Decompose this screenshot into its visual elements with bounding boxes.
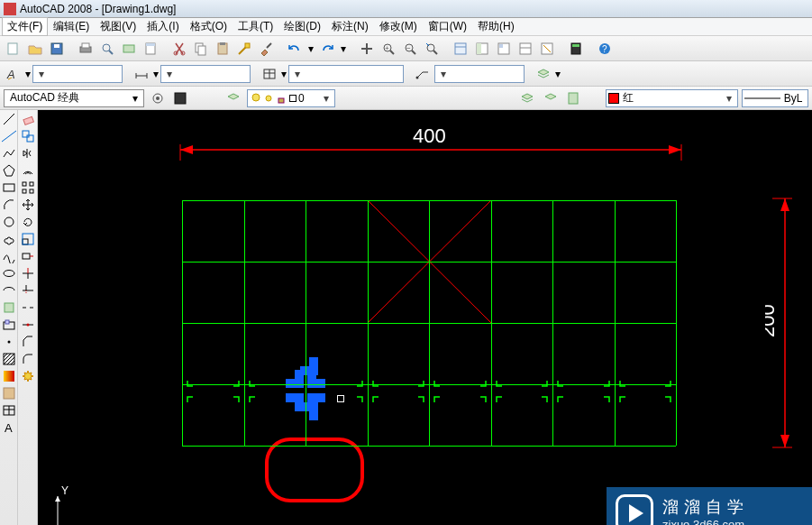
stretch-icon[interactable] xyxy=(21,249,35,263)
markup-icon[interactable] xyxy=(537,39,557,59)
zoom-rt-icon[interactable]: + xyxy=(379,39,398,59)
arc-icon[interactable] xyxy=(2,198,16,212)
spline-icon[interactable] xyxy=(2,249,16,263)
help-icon[interactable]: ? xyxy=(595,39,615,59)
offset-icon[interactable] xyxy=(21,163,35,178)
textstyle-icon[interactable]: A xyxy=(4,64,23,84)
copy-icon[interactable] xyxy=(191,39,211,59)
brush-icon[interactable] xyxy=(256,39,276,59)
redo-icon[interactable] xyxy=(317,39,337,59)
join-icon[interactable] xyxy=(21,318,35,332)
match-icon[interactable] xyxy=(234,39,254,59)
sheet-icon[interactable] xyxy=(141,39,160,59)
calc-icon[interactable] xyxy=(566,39,586,59)
ellipsearc-icon[interactable] xyxy=(2,283,16,298)
drawing-canvas[interactable]: 400 200 xyxy=(38,110,812,525)
workspace-dd[interactable]: AutoCAD 经典▾ xyxy=(4,89,144,107)
pline-icon[interactable] xyxy=(2,146,16,161)
textstyle-dd[interactable]: ▾ xyxy=(32,65,123,83)
svg-text:Y: Y xyxy=(61,485,68,497)
ws-gear-icon[interactable] xyxy=(148,88,167,108)
rect-icon[interactable] xyxy=(2,180,16,195)
tablestyle-dd[interactable]: ▾ xyxy=(288,65,404,83)
pan-icon[interactable] xyxy=(357,39,377,59)
insert-icon[interactable] xyxy=(2,300,16,315)
fillet-icon[interactable] xyxy=(21,352,35,366)
ws-save-icon[interactable] xyxy=(171,88,190,108)
layer-dd[interactable]: 0 ▾ xyxy=(247,89,335,107)
svg-line-55 xyxy=(2,131,16,142)
menu-window[interactable]: 窗口(W) xyxy=(423,17,472,36)
line-icon[interactable] xyxy=(2,112,16,126)
menu-tools[interactable]: 工具(T) xyxy=(233,17,278,36)
menubar[interactable]: 文件(F) 编辑(E) 视图(V) 插入(I) 格式(O) 工具(T) 绘图(D… xyxy=(0,18,812,36)
block-icon[interactable] xyxy=(2,318,16,332)
menu-file[interactable]: 文件(F) xyxy=(2,17,48,36)
menu-modify[interactable]: 修改(M) xyxy=(374,17,423,36)
redo-dd-icon[interactable]: ▾ xyxy=(339,39,348,59)
svg-rect-71 xyxy=(23,116,32,124)
gradient-icon[interactable] xyxy=(2,369,16,383)
chamfer-icon[interactable] xyxy=(21,335,35,349)
mirror-icon[interactable] xyxy=(21,146,35,161)
print-icon[interactable] xyxy=(76,39,96,59)
explode-icon[interactable] xyxy=(21,369,35,383)
cut-icon[interactable] xyxy=(169,39,189,59)
menu-view[interactable]: 视图(V) xyxy=(95,17,141,36)
publish-icon[interactable] xyxy=(119,39,139,59)
break-icon[interactable] xyxy=(21,300,35,315)
point-icon[interactable] xyxy=(2,335,16,349)
zoom-prev-icon[interactable] xyxy=(422,39,442,59)
erase-icon[interactable] xyxy=(21,112,35,126)
dimstyle-dd[interactable]: ▾ xyxy=(160,65,251,83)
hatch-icon[interactable] xyxy=(2,352,16,366)
menu-insert[interactable]: 插入(I) xyxy=(141,17,184,36)
xline-icon[interactable] xyxy=(2,129,16,143)
menu-edit[interactable]: 编辑(E) xyxy=(48,17,95,36)
rotate-icon[interactable] xyxy=(21,215,35,229)
dc-icon[interactable] xyxy=(472,39,492,59)
open-icon[interactable] xyxy=(25,39,45,59)
extend-icon[interactable] xyxy=(21,283,35,298)
undo-dd-icon[interactable]: ▾ xyxy=(306,39,315,59)
ssm-icon[interactable] xyxy=(515,39,535,59)
mtext-icon[interactable]: A xyxy=(2,420,16,435)
layers3-icon[interactable] xyxy=(541,88,560,108)
menu-help[interactable]: 帮助(H) xyxy=(472,17,520,36)
mleader-icon[interactable] xyxy=(413,64,433,84)
color-dd[interactable]: 红 ▾ xyxy=(606,89,737,107)
layer-stack-icon[interactable] xyxy=(534,64,553,84)
copy2-icon[interactable] xyxy=(21,129,35,143)
paste-icon[interactable] xyxy=(213,39,233,59)
move-icon[interactable] xyxy=(21,198,35,212)
polygon-icon[interactable] xyxy=(2,163,16,178)
new-icon[interactable] xyxy=(4,39,23,59)
pick-box xyxy=(337,395,344,402)
props-icon[interactable] xyxy=(451,39,470,59)
trim-icon[interactable] xyxy=(21,266,35,281)
layermgr-icon[interactable] xyxy=(224,88,242,108)
tp-icon[interactable] xyxy=(494,39,514,59)
svg-marker-92 xyxy=(180,145,193,154)
menu-format[interactable]: 格式(O) xyxy=(185,17,233,36)
tablestyle-icon[interactable] xyxy=(260,64,279,84)
revcloud-icon[interactable] xyxy=(2,232,16,246)
table-icon[interactable] xyxy=(2,403,16,418)
menu-dim[interactable]: 标注(N) xyxy=(326,17,374,36)
ellipse-icon[interactable] xyxy=(2,266,16,281)
undo-icon[interactable] xyxy=(285,39,305,59)
array-icon[interactable] xyxy=(21,180,35,195)
preview-icon[interactable] xyxy=(97,39,117,59)
circle-icon[interactable] xyxy=(2,215,16,229)
region-icon[interactable] xyxy=(2,386,16,401)
dimstyle-icon[interactable] xyxy=(132,64,151,84)
scale-icon[interactable] xyxy=(21,232,35,246)
mleader-dd[interactable]: ▾ xyxy=(434,65,525,83)
save-icon[interactable] xyxy=(47,39,67,59)
linetype-label: ByL xyxy=(784,92,803,105)
layerbook-icon[interactable] xyxy=(563,88,582,108)
layers2-icon[interactable] xyxy=(517,88,536,108)
linetype-dd[interactable]: ByL xyxy=(742,89,808,107)
zoom-win-icon[interactable]: − xyxy=(400,39,420,59)
menu-draw[interactable]: 绘图(D) xyxy=(278,17,326,36)
